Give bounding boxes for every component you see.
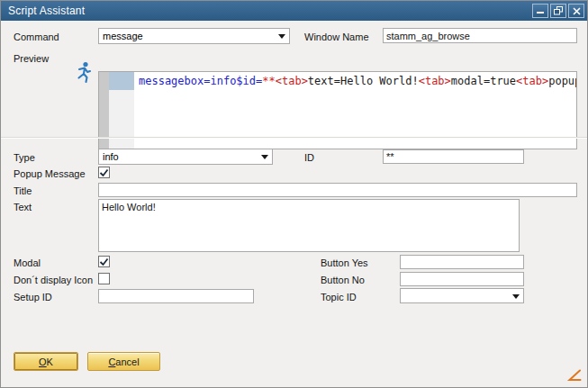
- window-title: Script Assistant: [8, 5, 532, 17]
- popup-message-label: Popup Message: [14, 168, 86, 179]
- restore-button[interactable]: [550, 4, 566, 18]
- minimize-button[interactable]: [532, 4, 548, 18]
- titlebar[interactable]: Script Assistant: [1, 1, 587, 21]
- topic-id-dropdown[interactable]: [400, 288, 524, 303]
- close-icon: [573, 7, 581, 15]
- popup-message-checkbox[interactable]: [98, 167, 110, 178]
- chevron-down-icon: [261, 155, 268, 159]
- window-name-label: Window Name: [304, 32, 369, 42]
- command-selected-value: message: [103, 31, 143, 41]
- dialog-body: Command message Window Name Preview mess…: [1, 21, 587, 387]
- ok-button[interactable]: OK: [14, 352, 78, 371]
- code-token: popup: [548, 75, 577, 87]
- id-label: ID: [304, 152, 314, 163]
- command-label: Command: [14, 32, 59, 42]
- id-input[interactable]: [383, 149, 524, 164]
- code-token: <tab>: [516, 75, 548, 87]
- script-assistant-window: Script Assistant Command message Window …: [0, 0, 588, 388]
- type-label: Type: [14, 152, 35, 163]
- code-token: text=Hello World!: [308, 75, 419, 87]
- preview-label: Preview: [14, 53, 49, 64]
- section-divider: [1, 137, 587, 139]
- preview-code-line: messagebox=info$id=**<tab>text=Hello Wor…: [139, 75, 577, 87]
- check-icon: [99, 168, 109, 177]
- button-no-label: Button No: [321, 275, 365, 285]
- code-token: messagebox=info$id=: [139, 75, 262, 87]
- type-dropdown[interactable]: info: [98, 149, 273, 165]
- resize-grip-icon[interactable]: [566, 369, 582, 382]
- text-input[interactable]: Hello World!: [98, 199, 520, 252]
- setup-id-label: Setup ID: [14, 292, 52, 302]
- setup-id-input[interactable]: [98, 289, 254, 303]
- type-selected-value: info: [103, 151, 119, 162]
- chevron-down-icon: [512, 294, 520, 299]
- run-script-icon[interactable]: [73, 60, 95, 84]
- code-token: modal=true: [451, 75, 516, 87]
- check-icon: [99, 257, 109, 266]
- code-token: <tab>: [419, 75, 451, 87]
- code-token: <tab>: [276, 75, 308, 87]
- title-input[interactable]: [98, 183, 577, 197]
- preview-line-selection: [109, 72, 134, 90]
- button-yes-input[interactable]: [400, 255, 524, 269]
- cancel-button[interactable]: Cancel: [87, 352, 160, 371]
- command-dropdown[interactable]: message: [98, 28, 290, 44]
- dont-display-icon-checkbox[interactable]: [98, 273, 110, 284]
- modal-label: Modal: [14, 257, 41, 268]
- text-label: Text: [14, 202, 32, 212]
- title-label: Title: [14, 185, 32, 196]
- minimize-icon: [537, 7, 544, 14]
- modal-checkbox[interactable]: [98, 256, 110, 267]
- chevron-down-icon: [278, 34, 285, 39]
- topic-id-label: Topic ID: [321, 292, 357, 302]
- restore-icon: [554, 6, 563, 15]
- dont-display-icon-label: Don´t display Icon: [14, 275, 93, 285]
- window-controls: [532, 4, 584, 18]
- close-button[interactable]: [568, 4, 584, 18]
- code-token: **: [262, 75, 275, 87]
- window-name-input[interactable]: [383, 28, 577, 43]
- button-yes-label: Button Yes: [321, 257, 368, 268]
- button-no-input[interactable]: [400, 272, 524, 286]
